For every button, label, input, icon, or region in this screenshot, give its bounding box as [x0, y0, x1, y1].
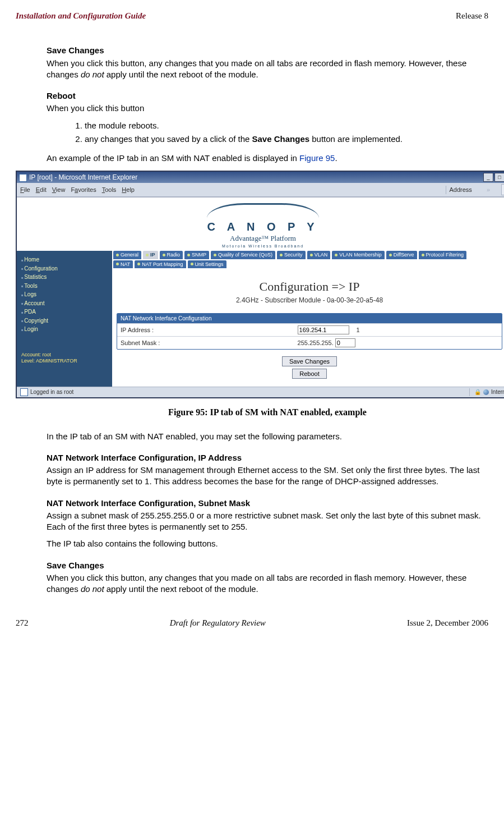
- tab-indicator-icon: [191, 263, 193, 265]
- sidebar-item[interactable]: PDA: [21, 307, 109, 316]
- emphasis: do not: [81, 584, 104, 594]
- tab-label: VLAN: [315, 251, 328, 258]
- doc-title: Installation and Configuration Guide: [16, 10, 146, 21]
- config-tab[interactable]: NAT Port Mapping: [135, 260, 186, 268]
- config-tab[interactable]: Security: [277, 251, 306, 259]
- release-label: Release 8: [456, 10, 488, 21]
- tab-indicator-icon: [116, 254, 119, 256]
- nat-mask-heading: NAT Network Interface Configuration, Sub…: [47, 498, 488, 509]
- page-body: C A N O P Y Advantage™ Platform Motorola…: [17, 198, 504, 387]
- reboot-intro: When you click this button: [47, 103, 488, 114]
- text: button are implemented.: [309, 134, 403, 144]
- page-number: 272: [16, 617, 29, 628]
- sidebar-item[interactable]: Tools: [21, 282, 109, 291]
- menu-help[interactable]: Help: [122, 186, 135, 194]
- figure-caption: Figure 95: IP tab of SM with NAT enabled…: [47, 406, 488, 419]
- footer-center: Draft for Regulatory Review: [170, 617, 266, 628]
- tab-indicator-icon: [280, 254, 283, 256]
- main-pane: GeneralIPRadioSNMPQuality of Service (Qo…: [112, 251, 504, 387]
- logo-name: C A N O P Y: [17, 219, 504, 235]
- tab-label: Security: [284, 251, 303, 258]
- config-tab[interactable]: Quality of Service (QoS): [211, 251, 275, 259]
- tab-indicator-icon: [187, 254, 190, 256]
- button-row: Save Changes Reboot: [113, 355, 504, 380]
- tab-label: Quality of Service (QoS): [218, 251, 272, 258]
- sidebar-item[interactable]: Home: [21, 255, 109, 264]
- menu-view[interactable]: View: [52, 186, 66, 194]
- table-row: Subnet Mask : 255.255.255.: [117, 337, 502, 350]
- config-tab[interactable]: Unit Settings: [188, 260, 226, 268]
- after-figure-text: In the IP tab of an SM with NAT enabled,…: [47, 431, 488, 442]
- minimize-button[interactable]: _: [483, 173, 493, 182]
- menu-edit[interactable]: Edit: [36, 186, 47, 194]
- app-body: HomeConfigurationStatisticsToolsLogsAcco…: [17, 251, 504, 387]
- status-left-text: Logged in as root: [30, 388, 73, 396]
- save-changes-body-2: When you click this button, any changes …: [47, 572, 488, 595]
- config-tab[interactable]: NAT: [113, 260, 133, 268]
- config-tab[interactable]: IP: [143, 251, 158, 259]
- text: any changes that you saved by a click of…: [85, 134, 252, 144]
- tab-indicator-icon: [335, 254, 337, 256]
- config-tab[interactable]: VLAN Membership: [332, 251, 385, 259]
- subnet-mask-input[interactable]: [335, 338, 355, 347]
- tab-label: IP: [150, 251, 155, 258]
- sidebar-item[interactable]: Statistics: [21, 273, 109, 282]
- menu-favorites[interactable]: Favorites: [71, 186, 96, 194]
- nat-ip-heading: NAT Network Interface Configuration, IP …: [47, 452, 488, 463]
- account-user: Account: root: [21, 352, 109, 358]
- nat-config-panel: NAT Network Interface Configuration IP A…: [117, 313, 502, 350]
- tab-indicator-icon: [146, 254, 149, 256]
- maximize-button[interactable]: □: [494, 173, 504, 182]
- sidebar-item[interactable]: Configuration: [21, 264, 109, 273]
- canopy-logo: C A N O P Y Advantage™ Platform Motorola…: [17, 198, 504, 251]
- nat-ip-body: Assign an IP address for SM management t…: [47, 465, 488, 488]
- reboot-button[interactable]: Reboot: [292, 369, 326, 379]
- save-changes-button[interactable]: Save Changes: [282, 356, 337, 366]
- config-tab[interactable]: Protocol Filtering: [419, 251, 467, 259]
- figure-screenshot: IP [root] - Microsoft Internet Explorer …: [16, 171, 504, 398]
- text: apply until the next reboot of the modul…: [104, 584, 258, 594]
- config-tab[interactable]: General: [113, 251, 141, 259]
- page-content: Save Changes When you click this button,…: [47, 45, 488, 595]
- also-contains: The IP tab also contains the following b…: [47, 538, 488, 549]
- logo-swoosh-icon: [207, 203, 319, 218]
- tab-label: DiffServe: [394, 251, 414, 258]
- sidebar-item[interactable]: Copyright: [21, 316, 109, 325]
- ie-menubar: File Edit View Favorites Tools Help Addr…: [17, 183, 504, 197]
- example-line: An example of the IP tab in an SM with N…: [47, 153, 488, 164]
- config-tab[interactable]: DiffServe: [386, 251, 417, 259]
- windows-logo-icon: [501, 184, 504, 195]
- figure-link[interactable]: Figure 95: [299, 153, 335, 163]
- address-chevron-icon[interactable]: »: [481, 186, 496, 194]
- config-table: IP Address : 1 Subnet Mask :: [117, 323, 502, 349]
- ie-window: IP [root] - Microsoft Internet Explorer …: [16, 171, 504, 398]
- ie-statusbar: Logged in as root 🔒 Internet: [17, 387, 504, 397]
- subnet-mask-fixed: 255.255.255.: [298, 339, 334, 346]
- config-tab[interactable]: Radio: [160, 251, 183, 259]
- save-changes-heading-2: Save Changes: [47, 560, 488, 571]
- tab-label: Unit Settings: [195, 261, 224, 268]
- sidebar-item[interactable]: Login: [21, 325, 109, 334]
- logo-tagline: Advantage™ Platform: [17, 233, 504, 244]
- config-page-title: Configuration => IP: [113, 278, 504, 295]
- lock-icon: 🔒: [474, 388, 481, 396]
- tab-label: Protocol Filtering: [426, 251, 464, 258]
- menu-tools[interactable]: Tools: [102, 186, 117, 194]
- sidebar: HomeConfigurationStatisticsToolsLogsAcco…: [17, 251, 112, 387]
- menu-file[interactable]: File: [20, 186, 30, 194]
- window-controls: _ □ ×: [483, 173, 504, 182]
- nat-mask-body: Assign a subnet mask of 255.255.255.0 or…: [47, 510, 488, 533]
- panel-title: NAT Network Interface Configuration: [117, 314, 502, 324]
- sidebar-item[interactable]: Logs: [21, 290, 109, 299]
- config-tab[interactable]: SNMP: [184, 251, 209, 259]
- tab-label: SNMP: [192, 251, 206, 258]
- ip-address-input[interactable]: [298, 325, 349, 334]
- config-tab[interactable]: VLAN: [307, 251, 331, 259]
- tab-strip: GeneralIPRadioSNMPQuality of Service (Qo…: [113, 251, 504, 269]
- tab-label: General: [121, 251, 138, 258]
- config-page-subtitle: 2.4GHz - Subscriber Module - 0a-00-3e-20…: [113, 296, 504, 305]
- status-zone-text: Internet: [491, 388, 504, 396]
- sidebar-list: HomeConfigurationStatisticsToolsLogsAcco…: [21, 255, 109, 334]
- sidebar-item[interactable]: Account: [21, 299, 109, 308]
- tab-label: NAT: [121, 261, 130, 268]
